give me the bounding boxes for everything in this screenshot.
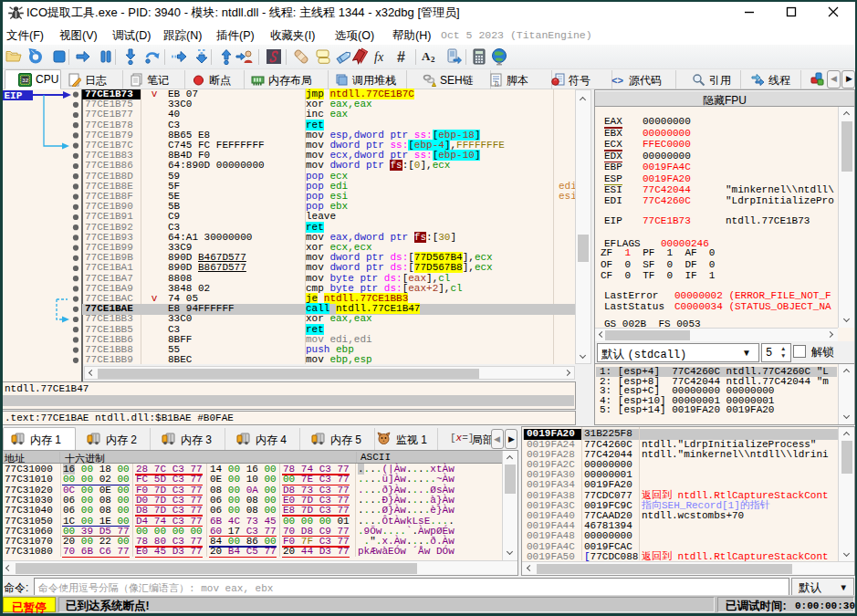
svg-text:2: 2 [431,55,435,64]
svg-text:32: 32 [22,78,28,83]
svg-text:<>: <> [611,76,624,87]
svg-text:{}: {} [495,80,499,87]
svg-text:A: A [422,49,431,63]
svg-text:#: # [397,49,405,65]
svg-text:fx: fx [374,50,384,64]
